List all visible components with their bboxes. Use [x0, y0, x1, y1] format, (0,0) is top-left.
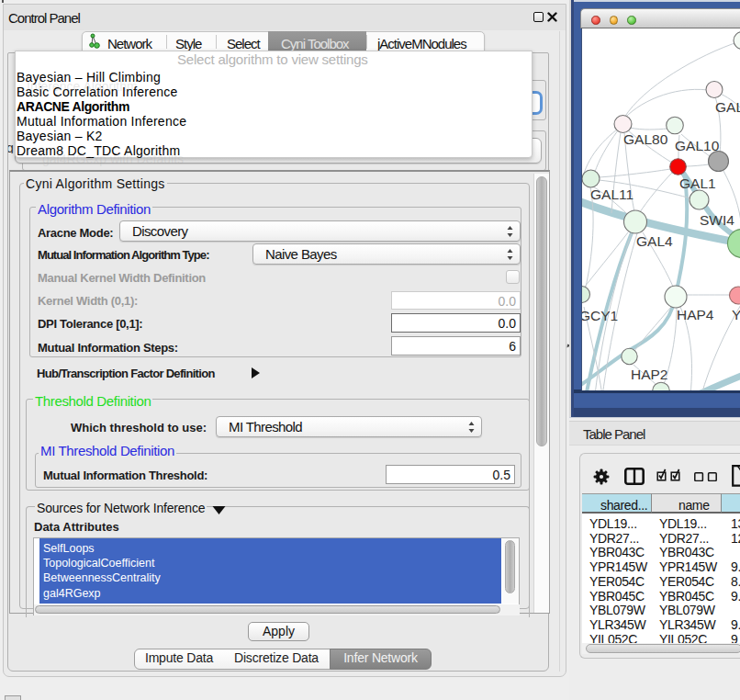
svg-text:YJ: YJ — [732, 307, 740, 322]
svg-text:HAP4: HAP4 — [677, 307, 714, 322]
svg-text:GAL2: GAL2 — [715, 99, 740, 115]
svg-text:GAL10: GAL10 — [675, 138, 720, 153]
svg-text:SWI4: SWI4 — [700, 212, 734, 228]
svg-text:GAL4: GAL4 — [636, 233, 673, 249]
svg-text:GCY1: GCY1 — [582, 308, 618, 323]
svg-text:GAL1: GAL1 — [679, 175, 716, 191]
svg-text:HAP2: HAP2 — [631, 367, 668, 382]
svg-text:GAL80: GAL80 — [623, 131, 668, 147]
svg-text:GAL11: GAL11 — [590, 186, 633, 202]
